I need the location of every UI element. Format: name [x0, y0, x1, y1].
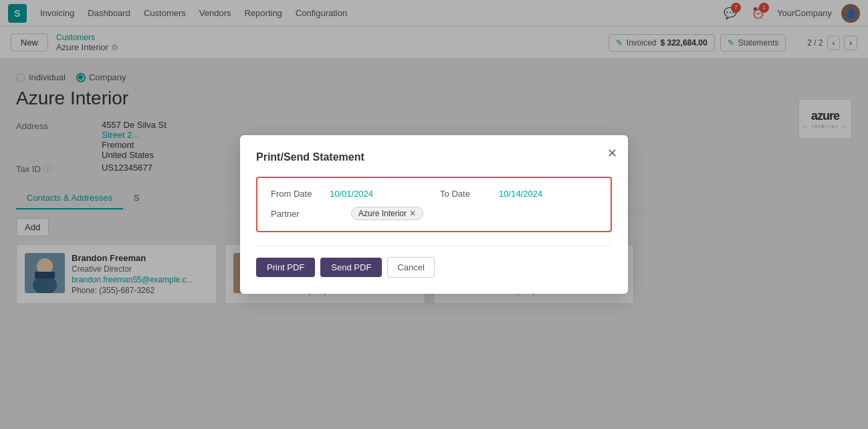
modal-close-button[interactable]: ✕ [607, 146, 617, 161]
send-pdf-button[interactable]: Send PDF [320, 258, 382, 277]
to-date-label: To Date [440, 189, 494, 199]
to-date-value[interactable]: 10/14/2024 [499, 189, 542, 199]
partner-label: Partner [271, 209, 324, 219]
partner-tag-remove[interactable]: ✕ [409, 209, 416, 218]
partner-tag-text: Azure Interior [358, 209, 407, 218]
modal-form: From Date 10/01/2024 To Date 10/14/2024 … [256, 177, 612, 232]
modal-title: Print/Send Statement [256, 151, 612, 163]
to-date-field: To Date 10/14/2024 [440, 189, 542, 199]
cancel-button[interactable]: Cancel [387, 257, 434, 278]
partner-row: Partner Azure Interior ✕ [271, 207, 597, 220]
modal-footer: Print PDF Send PDF Cancel [256, 257, 612, 278]
modal-divider [256, 246, 612, 246]
partner-tag: Azure Interior ✕ [351, 207, 423, 220]
from-date-label: From Date [271, 189, 324, 199]
modal-overlay: Print/Send Statement ✕ From Date 10/01/2… [0, 0, 868, 407]
date-row: From Date 10/01/2024 To Date 10/14/2024 [271, 189, 597, 199]
from-date-value[interactable]: 10/01/2024 [330, 189, 373, 199]
from-date-field: From Date 10/01/2024 [271, 189, 373, 199]
print-send-modal: Print/Send Statement ✕ From Date 10/01/2… [240, 135, 628, 294]
print-pdf-button[interactable]: Print PDF [256, 258, 315, 277]
